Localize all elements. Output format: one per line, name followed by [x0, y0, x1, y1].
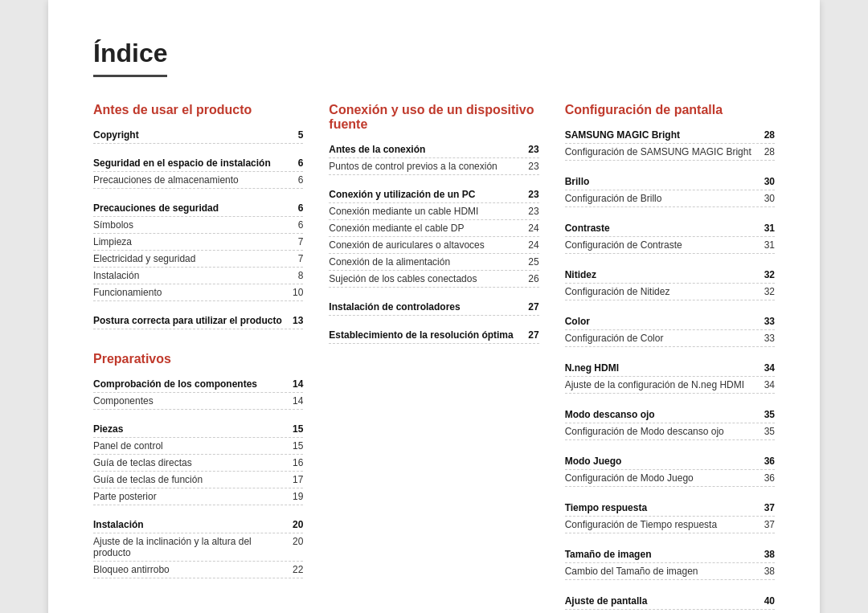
- toc-label: Piezas: [93, 423, 289, 435]
- toc-group-precauciones: Precauciones de seguridad 6 Símbolos 6 L…: [93, 200, 303, 301]
- toc-entry: Configuración de Tiempo respuesta 37: [565, 517, 775, 533]
- toc-group-resolucion: Establecimiento de la resolución óptima …: [329, 327, 538, 344]
- toc-entry: Brillo 30: [565, 174, 775, 190]
- main-title: Índice: [93, 39, 167, 68]
- toc-page: 16: [289, 457, 303, 468]
- toc-page: 20: [289, 519, 303, 530]
- toc-entry: Puntos de control previos a la conexión …: [329, 158, 538, 175]
- toc-entry: Contraste 31: [565, 220, 775, 237]
- column-1: Antes de usar el producto Copyright 5 Se…: [93, 103, 303, 613]
- toc-page: 35: [760, 426, 775, 437]
- toc-group-comprobacion: Comprobación de los componentes 14 Compo…: [93, 376, 303, 410]
- toc-page: 10: [289, 287, 303, 298]
- toc-page: 30: [760, 176, 775, 187]
- toc-entry: Guía de teclas directas 16: [93, 455, 303, 472]
- toc-page: 36: [760, 456, 775, 467]
- toc-group-piezas: Piezas 15 Panel de control 15 Guía de te…: [93, 421, 303, 505]
- toc-label: Conexión de auriculares o altavoces: [329, 239, 524, 251]
- toc-page: 27: [525, 301, 539, 313]
- toc-page: 32: [760, 269, 775, 280]
- section-spacer: Preparativos Comprobación de los compone…: [93, 352, 303, 578]
- toc-label: Panel de control: [93, 440, 289, 452]
- toc-label: Guía de teclas de función: [93, 474, 289, 485]
- toc-entry: Conexión mediante el cable DP 24: [329, 220, 538, 237]
- toc-page: 40: [760, 595, 775, 607]
- toc-page: 22: [289, 564, 303, 575]
- toc-page: 14: [289, 395, 303, 407]
- toc-page: 23: [525, 144, 539, 155]
- toc-entry: Instalación de controladores 27: [329, 299, 538, 316]
- toc-label: Sujeción de los cables conectados: [329, 273, 524, 284]
- toc-page: 17: [289, 474, 303, 485]
- toc-label: Configuración de Color: [565, 333, 760, 344]
- toc-entry: Comprobación de los componentes 14: [93, 376, 303, 393]
- toc-label: Conexión y utilización de un PC: [329, 189, 524, 200]
- toc-entry: Configuración de Color 33: [565, 330, 775, 347]
- toc-label: Símbolos: [93, 219, 289, 231]
- toc-page: 37: [760, 502, 775, 513]
- toc-entry: Electricidad y seguridad 7: [93, 251, 303, 268]
- toc-group-instalacion: Instalación 20 Ajuste de la inclinación …: [93, 517, 303, 578]
- toc-entry: Tamaño de imagen 38: [565, 546, 775, 563]
- toc-entry: Color 33: [565, 313, 775, 330]
- page: Índice Antes de usar el producto Copyrig…: [48, 0, 820, 613]
- toc-entry: Modo descanso ojo 35: [565, 407, 775, 423]
- toc-label: Instalación de controladores: [329, 301, 524, 313]
- toc-page: 32: [760, 286, 775, 297]
- toc-label: Configuración de Contraste: [565, 239, 760, 251]
- toc-label: Configuración de SAMSUNG MAGIC Bright: [565, 146, 760, 157]
- toc-page: 38: [760, 549, 775, 560]
- toc-label: Electricidad y seguridad: [93, 253, 289, 264]
- toc-label: SAMSUNG MAGIC Bright: [565, 129, 760, 141]
- toc-group-postura: Postura correcta para utilizar el produc…: [93, 313, 303, 329]
- toc-entry: Conexión y utilización de un PC 23: [329, 186, 538, 203]
- toc-entry: Seguridad en el espacio de instalación 6: [93, 155, 303, 172]
- toc-entry: Conexión mediante un cable HDMI 23: [329, 203, 538, 220]
- toc-page: 8: [289, 270, 303, 281]
- toc-entry: Conexión de la alimentación 25: [329, 254, 538, 271]
- toc-entry: Configuración de Posición-H y Posición-V…: [565, 610, 775, 613]
- toc-label: Conexión de la alimentación: [329, 256, 524, 268]
- toc-page: 23: [525, 161, 539, 172]
- toc-group-copyright: Copyright 5: [93, 127, 303, 144]
- toc-label: Postura correcta para utilizar el produc…: [93, 315, 289, 326]
- toc-group-contraste: Contraste 31 Configuración de Contraste …: [565, 220, 775, 254]
- section2-title: Preparativos: [93, 352, 303, 366]
- toc-page: 36: [760, 472, 775, 484]
- title-section: Índice: [93, 39, 167, 77]
- toc-group-tamano-imagen: Tamaño de imagen 38 Cambio del Tamaño de…: [565, 546, 775, 580]
- toc-page: 27: [525, 329, 539, 341]
- toc-entry: Copyright 5: [93, 127, 303, 144]
- toc-page: 34: [760, 362, 775, 374]
- toc-page: 37: [760, 519, 775, 530]
- toc-page: 23: [525, 206, 539, 217]
- toc-entry: Cambio del Tamaño de imagen 38: [565, 563, 775, 580]
- toc-entry: Instalación 20: [93, 517, 303, 533]
- toc-page: 38: [760, 566, 775, 577]
- toc-page: 14: [289, 378, 303, 390]
- toc-label: Configuración de Nitidez: [565, 286, 760, 297]
- toc-label: Nitidez: [565, 269, 760, 280]
- toc-entry: Parte posterior 19: [93, 488, 303, 505]
- toc-label: Antes de la conexión: [329, 144, 524, 155]
- toc-entry: Configuración de Brillo 30: [565, 190, 775, 207]
- toc-page: 7: [289, 236, 303, 247]
- toc-label: Tiempo respuesta: [565, 502, 760, 513]
- toc-page: 7: [289, 253, 303, 264]
- toc-entry: Configuración de Modo Juego 36: [565, 470, 775, 487]
- toc-page: 31: [760, 223, 775, 234]
- toc-group-descanso-ojo: Modo descanso ojo 35 Configuración de Mo…: [565, 407, 775, 440]
- toc-group-ajuste-pantalla: Ajuste de pantalla 40 Configuración de P…: [565, 593, 775, 613]
- toc-label: Conexión mediante un cable HDMI: [329, 206, 524, 217]
- toc-entry: Precauciones de almacenamiento 6: [93, 172, 303, 189]
- toc-label: Modo Juego: [565, 456, 760, 467]
- columns-container: Antes de usar el producto Copyright 5 Se…: [93, 103, 775, 613]
- toc-page: 28: [760, 146, 775, 157]
- toc-label: Brillo: [565, 176, 760, 187]
- column-3: Configuración de pantalla SAMSUNG MAGIC …: [565, 103, 775, 613]
- toc-group-color: Color 33 Configuración de Color 33: [565, 313, 775, 347]
- toc-group-nitidez: Nitidez 32 Configuración de Nitidez 32: [565, 267, 775, 300]
- toc-page: 34: [760, 379, 775, 390]
- toc-entry: Antes de la conexión 23: [329, 141, 538, 158]
- toc-label: Comprobación de los componentes: [93, 378, 289, 390]
